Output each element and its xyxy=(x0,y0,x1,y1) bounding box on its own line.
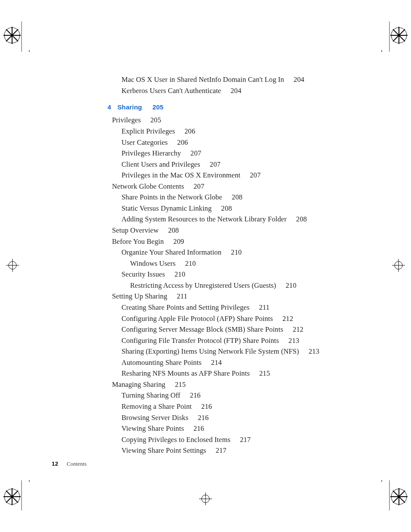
toc-entry-page: 204 xyxy=(230,87,241,95)
page-footer: 12 Contents xyxy=(52,460,87,467)
toc-entry-page: 210 xyxy=(174,270,185,278)
registration-mark-center xyxy=(199,492,212,507)
toc-entry: Network Globe Contents207 xyxy=(112,181,359,192)
svg-line-35 xyxy=(6,491,12,497)
toc-entry-title: User Categories xyxy=(121,138,168,146)
toc-entry: Mac OS X User in Shared NetInfo Domain C… xyxy=(121,74,359,85)
toc-entry-page: 215 xyxy=(259,369,270,377)
toc-entry-page: 215 xyxy=(175,380,186,389)
registration-cluster-icon xyxy=(378,480,408,510)
toc-entry-page: 208 xyxy=(232,193,243,201)
crosshair-icon xyxy=(392,259,405,272)
toc-entry-title: Privileges in the Mac OS X Environment xyxy=(121,171,240,179)
toc-entry-title: Viewing Share Point Settings xyxy=(121,446,206,454)
toc-entry-page: 209 xyxy=(173,237,184,246)
toc-entry-title: Browsing Server Disks xyxy=(121,414,188,422)
toc-entry-page: 204 xyxy=(293,75,304,84)
toc-entry-title: Setting Up Sharing xyxy=(112,292,167,300)
toc-entry: Security Issues210 xyxy=(121,269,359,280)
toc-entry-page: 210 xyxy=(185,259,196,268)
toc-entry-title: Turning Sharing Off xyxy=(121,391,181,399)
toc-entry-title: Before You Begin xyxy=(112,237,164,246)
svg-line-5 xyxy=(12,35,18,41)
crosshair-icon xyxy=(199,492,212,505)
toc-entry-page: 207 xyxy=(250,171,261,179)
toc-entry-page: 207 xyxy=(193,182,204,190)
toc-entry-page: 216 xyxy=(198,414,209,422)
toc-entry-title: Resharing NFS Mounts as AFP Share Points xyxy=(121,369,250,377)
toc-entry: Configuring Apple File Protocol (AFP) Sh… xyxy=(121,313,359,324)
toc-entry-page: 216 xyxy=(193,424,204,432)
toc-entry: Removing a Share Point216 xyxy=(121,401,359,412)
svg-line-11 xyxy=(12,29,18,35)
toc-entry-title: Viewing Share Points xyxy=(121,424,184,432)
toc-entry-page: 207 xyxy=(210,160,221,168)
svg-line-23 xyxy=(399,29,405,35)
toc-entry-page: 213 xyxy=(308,347,319,355)
chapter-title: Sharing xyxy=(117,103,142,111)
registration-cluster-icon xyxy=(3,480,33,510)
toc-entry-title: Managing Sharing xyxy=(112,380,165,389)
toc-entry: Configuring Server Message Block (SMB) S… xyxy=(121,324,359,335)
toc-entry-title: Privileges Hierarchy xyxy=(121,149,181,157)
toc-entry-title: Network Globe Contents xyxy=(112,182,184,190)
chapter-heading: 4 Sharing 205 xyxy=(99,102,359,112)
toc-entry-page: 212 xyxy=(283,314,293,323)
toc-entry: Creating Share Points and Setting Privil… xyxy=(121,302,359,313)
toc-entry-title: Configuring Apple File Protocol (AFP) Sh… xyxy=(121,314,273,323)
toc-entry: Managing Sharing215 xyxy=(112,379,359,390)
toc-entry: User Categories206 xyxy=(121,137,359,148)
toc-entry: Privileges205 xyxy=(112,115,359,126)
toc-entry: Adding System Resources to the Network L… xyxy=(121,214,359,225)
toc-entry-title: Windows Users xyxy=(130,259,176,268)
toc-entry-title: Privileges xyxy=(112,116,141,124)
footer-section-label: Contents xyxy=(67,460,87,467)
toc-entry: Configuring File Transfer Protocol (FTP)… xyxy=(121,335,359,346)
toc-entry: Automounting Share Points214 xyxy=(121,357,359,368)
toc-entry-page: 207 xyxy=(190,149,201,157)
toc-entry: Sharing (Exporting) Items Using Network … xyxy=(121,346,359,357)
toc-body: Mac OS X User in Shared NetInfo Domain C… xyxy=(99,74,359,456)
toc-entry-page: 213 xyxy=(289,336,299,345)
svg-line-37 xyxy=(6,497,12,503)
toc-entry-title: Creating Share Points and Setting Privil… xyxy=(121,303,249,311)
registration-mark-corner xyxy=(3,22,33,52)
toc-intro-block: Mac OS X User in Shared NetInfo Domain C… xyxy=(99,74,359,96)
svg-line-53 xyxy=(393,497,399,503)
toc-entry-page: 217 xyxy=(240,436,251,444)
registration-mark-edge xyxy=(6,259,19,274)
crosshair-icon xyxy=(6,259,19,272)
toc-entry-page: 212 xyxy=(293,325,303,333)
toc-entry-page: 205 xyxy=(150,116,161,124)
toc-entry-title: Organize Your Shared Information xyxy=(121,248,221,256)
toc-entry: Browsing Server Disks216 xyxy=(121,412,359,423)
toc-entry-title: Restricting Access by Unregistered Users… xyxy=(130,281,276,289)
toc-entry: Restricting Access by Unregistered Users… xyxy=(130,280,359,291)
svg-line-49 xyxy=(399,491,405,497)
toc-entry-title: Client Users and Privileges xyxy=(121,160,200,168)
toc-entry-page: 210 xyxy=(231,248,242,256)
toc-entry-title: Sharing (Exporting) Items Using Network … xyxy=(121,347,299,355)
toc-entry: Kerberos Users Can't Authenticate204 xyxy=(121,85,359,96)
toc-entry: Copying Privileges to Enclosed Items217 xyxy=(121,434,359,445)
footer-page-number: 12 xyxy=(52,460,58,467)
registration-mark-edge xyxy=(392,259,405,274)
svg-line-51 xyxy=(399,497,405,503)
chapter-number: 4 xyxy=(99,102,111,112)
toc-entry-title: Security Issues xyxy=(121,270,165,278)
registration-cluster-icon xyxy=(3,22,33,52)
toc-entry: Windows Users210 xyxy=(130,258,359,269)
toc-entry-title: Configuring File Transfer Protocol (FTP)… xyxy=(121,336,279,345)
toc-entry-title: Explicit Privileges xyxy=(121,127,175,135)
toc-entry-page: 214 xyxy=(211,358,222,367)
svg-line-39 xyxy=(12,497,18,503)
svg-line-47 xyxy=(393,491,399,497)
toc-entry-page: 206 xyxy=(177,138,188,146)
toc-entry-page: 217 xyxy=(216,446,227,454)
toc-entry: Share Points in the Network Globe208 xyxy=(121,192,359,203)
svg-line-33 xyxy=(12,491,18,497)
toc-entry-page: 208 xyxy=(296,215,307,223)
toc-entry-title: Automounting Share Points xyxy=(121,358,202,367)
toc-entry-title: Removing a Share Point xyxy=(121,402,192,411)
toc-entry: Viewing Share Point Settings217 xyxy=(121,445,359,456)
